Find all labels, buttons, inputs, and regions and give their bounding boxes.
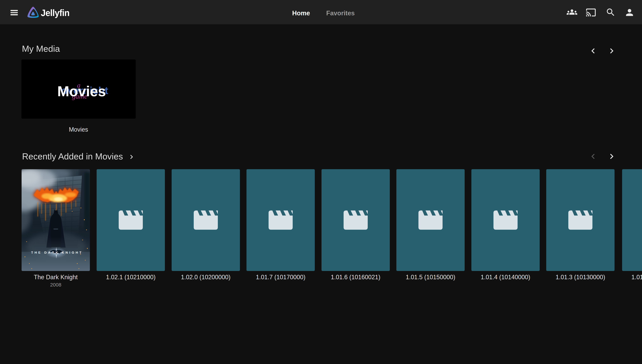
svg-text:THE DARK KNIGHT: THE DARK KNIGHT xyxy=(31,251,83,254)
